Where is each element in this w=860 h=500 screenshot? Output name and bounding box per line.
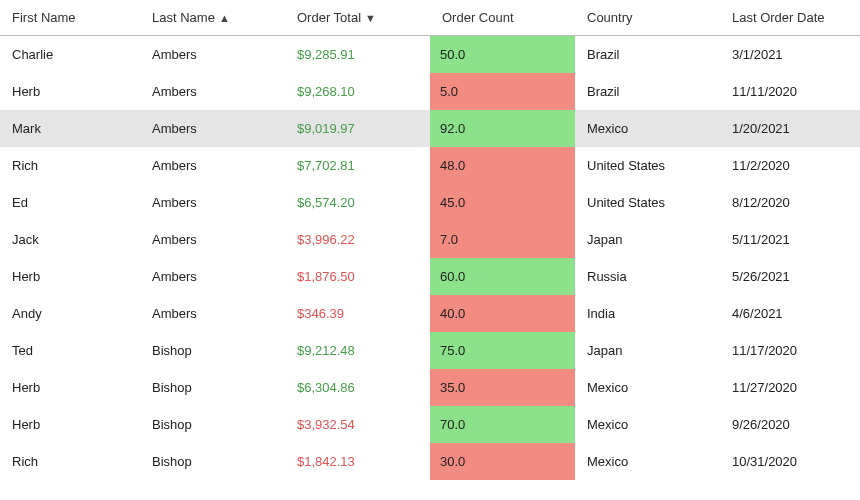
first-name: Herb [0, 406, 140, 443]
order-count-value: 92.0 [430, 110, 575, 147]
first-name: Andy [0, 295, 140, 332]
col-header-label: Last Name [152, 10, 215, 25]
country: Brazil [575, 73, 720, 110]
order-count-value: 60.0 [430, 258, 575, 295]
table-row[interactable]: AndyAmbers$346.3940.0India4/6/2021 [0, 295, 860, 332]
order-total: $9,268.10 [285, 73, 430, 110]
country: Russia [575, 258, 720, 295]
first-name: Charlie [0, 36, 140, 74]
order-count-value: 40.0 [430, 295, 575, 332]
table-row[interactable]: JackAmbers$3,996.227.0Japan5/11/2021 [0, 221, 860, 258]
order-count: 7.0 [430, 221, 575, 258]
order-total: $3,932.54 [285, 406, 430, 443]
order-count-value: 70.0 [430, 406, 575, 443]
order-total: $346.39 [285, 295, 430, 332]
order-total: $1,842.13 [285, 443, 430, 480]
order-total: $9,285.91 [285, 36, 430, 74]
first-name: Ed [0, 184, 140, 221]
order-total: $9,212.48 [285, 332, 430, 369]
last-order: 4/6/2021 [720, 295, 860, 332]
last-name: Ambers [140, 110, 285, 147]
col-header-last-order[interactable]: Last Order Date [720, 0, 860, 36]
order-total: $3,996.22 [285, 221, 430, 258]
order-count: 70.0 [430, 406, 575, 443]
last-order: 11/27/2020 [720, 369, 860, 406]
first-name: Ted [0, 332, 140, 369]
table-row[interactable]: CharlieAmbers$9,285.9150.0Brazil3/1/2021 [0, 36, 860, 74]
table-row[interactable]: HerbBishop$3,932.5470.0Mexico9/26/2020 [0, 406, 860, 443]
order-count: 92.0 [430, 110, 575, 147]
first-name: Herb [0, 258, 140, 295]
last-name: Bishop [140, 332, 285, 369]
order-count-value: 50.0 [430, 36, 575, 73]
order-count-value: 48.0 [430, 147, 575, 184]
table-row[interactable]: RichBishop$1,842.1330.0Mexico10/31/2020 [0, 443, 860, 480]
first-name: Rich [0, 147, 140, 184]
table-row[interactable]: MarkAmbers$9,019.9792.0Mexico1/20/2021 [0, 110, 860, 147]
order-total: $9,019.97 [285, 110, 430, 147]
order-count-value: 45.0 [430, 184, 575, 221]
first-name: Herb [0, 369, 140, 406]
col-header-label: Country [587, 10, 633, 25]
last-order: 5/11/2021 [720, 221, 860, 258]
last-order: 1/20/2021 [720, 110, 860, 147]
order-total: $7,702.81 [285, 147, 430, 184]
table-row[interactable]: TedBishop$9,212.4875.0Japan11/17/2020 [0, 332, 860, 369]
first-name: Jack [0, 221, 140, 258]
country: Mexico [575, 369, 720, 406]
country: Mexico [575, 443, 720, 480]
last-name: Ambers [140, 221, 285, 258]
col-header-country[interactable]: Country [575, 0, 720, 36]
last-order: 11/17/2020 [720, 332, 860, 369]
table-row[interactable]: HerbAmbers$1,876.5060.0Russia5/26/2021 [0, 258, 860, 295]
order-count: 35.0 [430, 369, 575, 406]
order-count-value: 35.0 [430, 369, 575, 406]
header-row: First Name Last Name ▲ Order Total ▼ Ord… [0, 0, 860, 36]
table-row[interactable]: RichAmbers$7,702.8148.0United States11/2… [0, 147, 860, 184]
last-name: Bishop [140, 406, 285, 443]
order-count: 75.0 [430, 332, 575, 369]
order-total: $6,574.20 [285, 184, 430, 221]
order-count-value: 7.0 [430, 221, 575, 258]
last-name: Ambers [140, 36, 285, 74]
data-grid[interactable]: First Name Last Name ▲ Order Total ▼ Ord… [0, 0, 860, 480]
col-header-label: First Name [12, 10, 76, 25]
table-row[interactable]: HerbAmbers$9,268.105.0Brazil11/11/2020 [0, 73, 860, 110]
order-count: 40.0 [430, 295, 575, 332]
country: India [575, 295, 720, 332]
col-header-order-total[interactable]: Order Total ▼ [285, 0, 430, 36]
last-name: Bishop [140, 443, 285, 480]
last-name: Ambers [140, 73, 285, 110]
last-order: 10/31/2020 [720, 443, 860, 480]
last-name: Ambers [140, 184, 285, 221]
col-header-label: Order Count [442, 10, 514, 25]
order-count-value: 30.0 [430, 443, 575, 480]
table-row[interactable]: HerbBishop$6,304.8635.0Mexico11/27/2020 [0, 369, 860, 406]
last-name: Ambers [140, 147, 285, 184]
order-count: 50.0 [430, 36, 575, 74]
order-count-value: 75.0 [430, 332, 575, 369]
country: United States [575, 147, 720, 184]
last-order: 5/26/2021 [720, 258, 860, 295]
table-row[interactable]: EdAmbers$6,574.2045.0United States8/12/2… [0, 184, 860, 221]
last-order: 9/26/2020 [720, 406, 860, 443]
col-header-first-name[interactable]: First Name [0, 0, 140, 36]
order-total: $1,876.50 [285, 258, 430, 295]
order-count: 48.0 [430, 147, 575, 184]
country: Mexico [575, 406, 720, 443]
last-name: Ambers [140, 295, 285, 332]
last-order: 3/1/2021 [720, 36, 860, 74]
order-count: 30.0 [430, 443, 575, 480]
order-count: 5.0 [430, 73, 575, 110]
col-header-order-count[interactable]: Order Count [430, 0, 575, 36]
country: Brazil [575, 36, 720, 74]
col-header-last-name[interactable]: Last Name ▲ [140, 0, 285, 36]
last-order: 11/2/2020 [720, 147, 860, 184]
sort-desc-icon: ▼ [365, 12, 376, 24]
order-count: 60.0 [430, 258, 575, 295]
first-name: Mark [0, 110, 140, 147]
order-total: $6,304.86 [285, 369, 430, 406]
last-order: 8/12/2020 [720, 184, 860, 221]
col-header-label: Last Order Date [732, 10, 825, 25]
order-count-value: 5.0 [430, 73, 575, 110]
